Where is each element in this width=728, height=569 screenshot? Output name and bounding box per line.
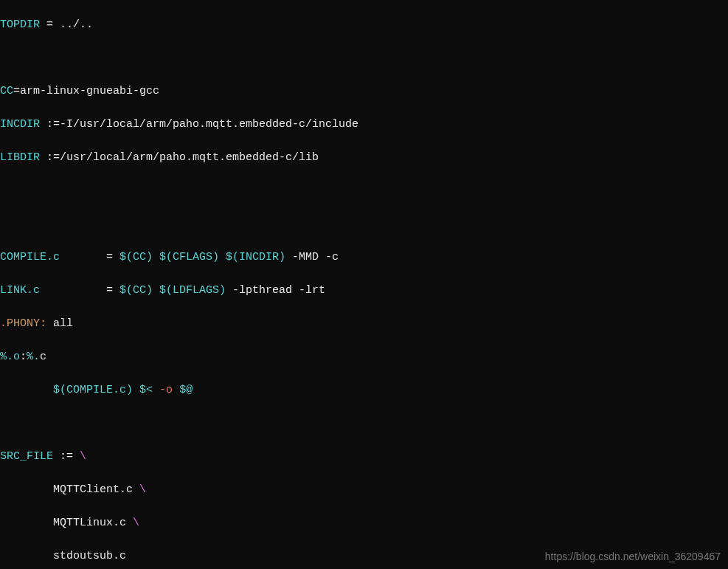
- blank-line: [0, 50, 728, 67]
- var-ref: $(CFLAGS): [159, 251, 219, 263]
- filename: MQTTLinux.c: [53, 517, 133, 529]
- text: :=: [53, 450, 80, 463]
- code-line: LINK.c = $(CC) $(LDFLAGS) -lpthread -lrt: [0, 283, 728, 300]
- backslash: \: [80, 450, 86, 463]
- code-line: %.o:%.c: [0, 349, 728, 366]
- var-ref: $(CC): [119, 251, 153, 263]
- text: [133, 384, 139, 396]
- code-line: SRC_FILE := \: [0, 449, 728, 466]
- code-line: COMPILE.c = $(CC) $(CFLAGS) $(INCDIR) -M…: [0, 249, 728, 266]
- text: [153, 384, 159, 396]
- code-line: MQTTClient.c \: [0, 482, 728, 499]
- text: [153, 251, 159, 263]
- text: all: [46, 317, 73, 330]
- code-line: .PHONY: all: [0, 316, 728, 333]
- text: :=-I/usr/local/arm/paho.mqtt.embedded-c/…: [40, 118, 358, 131]
- makefile-var: LINK.c: [0, 284, 40, 297]
- code-line: LIBDIR :=/usr/local/arm/paho.mqtt.embedd…: [0, 150, 728, 167]
- phony: PHONY:: [7, 317, 46, 330]
- watermark: https://blog.csdn.net/weixin_36209467: [545, 549, 721, 565]
- blank-line: [0, 216, 728, 233]
- colon: :: [20, 351, 27, 363]
- makefile-var: LIBDIR: [0, 151, 40, 164]
- blank-line: [0, 415, 728, 432]
- makefile-var: SRC_FILE: [0, 450, 53, 463]
- var-ref: $(INCDIR): [226, 251, 285, 263]
- blank-line: [0, 183, 728, 200]
- code-editor[interactable]: TOPDIR = ../.. CC=arm-linux-gnueabi-gcc …: [0, 0, 728, 569]
- code-line: MQTTLinux.c \: [0, 515, 728, 532]
- dot: .: [0, 317, 7, 330]
- var-ref: $(COMPILE.c): [53, 384, 133, 396]
- text: =arm-linux-gnueabi-gcc: [13, 85, 159, 97]
- backslash: \: [133, 517, 139, 529]
- pattern: %.o: [0, 351, 20, 363]
- text: :=/usr/local/arm/paho.mqtt.embedded-c/li…: [40, 151, 319, 164]
- indent: [0, 550, 53, 562]
- text: c: [40, 351, 46, 363]
- text: = ../..: [40, 18, 93, 31]
- var-ref: $(CC): [119, 284, 153, 297]
- code-line: TOPDIR = ../..: [0, 17, 728, 34]
- auto-var: $@: [179, 384, 193, 396]
- auto-var: $<: [139, 384, 153, 396]
- text: [173, 384, 179, 396]
- makefile-var: COMPILE.c: [0, 251, 60, 263]
- makefile-var: INCDIR: [0, 118, 40, 131]
- text: =: [40, 284, 119, 297]
- var-ref: $(LDFLAGS): [159, 284, 226, 297]
- filename: MQTTClient.c: [53, 483, 139, 496]
- code-line: $(COMPILE.c) $< -o $@: [0, 382, 728, 399]
- backslash: \: [139, 483, 146, 496]
- text: [219, 251, 226, 263]
- makefile-var: CC: [0, 85, 13, 97]
- code-line: CC=arm-linux-gnueabi-gcc: [0, 83, 728, 100]
- text: [153, 284, 159, 297]
- text: =: [60, 251, 119, 263]
- text: -lpthread -lrt: [226, 284, 325, 297]
- makefile-var: TOPDIR: [0, 18, 40, 31]
- indent: [0, 517, 53, 529]
- text: -MMD -c: [285, 251, 339, 263]
- indent: [0, 384, 53, 396]
- flag: -o: [159, 384, 173, 396]
- indent: [0, 483, 53, 496]
- pattern: %.: [27, 351, 40, 363]
- filename: stdoutsub.c: [53, 550, 126, 562]
- code-line: INCDIR :=-I/usr/local/arm/paho.mqtt.embe…: [0, 117, 728, 134]
